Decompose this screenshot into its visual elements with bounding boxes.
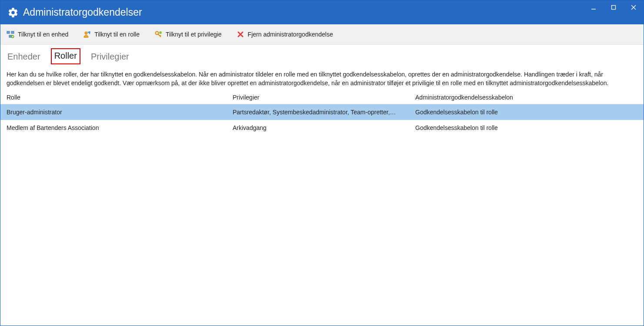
x-icon: [237, 30, 244, 38]
close-button[interactable]: [624, 0, 644, 14]
link-role-button[interactable]: Tilknyt til en rolle: [83, 30, 140, 38]
window-title: Administratorgodkendelser: [23, 7, 142, 18]
svg-rect-5: [11, 31, 14, 33]
svg-point-8: [85, 32, 87, 34]
link-unit-icon: [7, 30, 14, 38]
titlebar: Administratorgodkendelser: [0, 0, 644, 24]
link-role-icon: [83, 30, 91, 38]
cell-role: Medlem af Bartenders Association: [7, 124, 233, 131]
window-controls: [584, 0, 644, 24]
roles-table: Rolle Privilegier Administratorgodkendel…: [0, 91, 644, 136]
link-role-label: Tilknyt til en rolle: [94, 31, 140, 38]
cell-tmpl: Godkendelsesskabelon til rolle: [415, 124, 637, 131]
table-header: Rolle Privilegier Administratorgodkendel…: [0, 91, 644, 104]
link-priv-icon: [154, 30, 162, 38]
cell-role: Bruger-administrator: [7, 109, 233, 116]
table-row[interactable]: Bruger-administrator Partsredaktør, Syst…: [0, 104, 644, 120]
window: Administratorgodkendelser Tilknyt til en…: [0, 0, 644, 326]
link-unit-button[interactable]: Tilknyt til en enhed: [7, 30, 68, 38]
col-header-role[interactable]: Rolle: [7, 94, 233, 101]
link-unit-label: Tilknyt til en enhed: [18, 31, 68, 38]
col-header-priv[interactable]: Privilegier: [233, 94, 415, 101]
svg-point-11: [159, 31, 162, 34]
tab-privs[interactable]: Privilegier: [90, 52, 130, 64]
svg-rect-4: [7, 31, 10, 33]
tab-units[interactable]: Enheder: [7, 52, 41, 64]
description-text: Her kan du se hvilke roller, der har til…: [0, 64, 644, 91]
maximize-button[interactable]: [604, 0, 624, 14]
gear-icon: [7, 7, 19, 18]
col-header-tmpl[interactable]: Administratorgodkendelsesskabelon: [415, 94, 637, 101]
cell-priv: Partsredaktør, Systembeskedadministrator…: [233, 109, 415, 116]
remove-button[interactable]: Fjern administratorgodkendelse: [237, 30, 333, 38]
link-priv-button[interactable]: Tilknyt til et privilegie: [154, 30, 222, 38]
tabs: Enheder Roller Privilegier: [0, 45, 644, 64]
link-priv-label: Tilknyt til et privilegie: [166, 31, 222, 38]
cell-tmpl: Godkendelsesskabelon til rolle: [415, 109, 637, 116]
tab-roles[interactable]: Roller: [51, 48, 80, 64]
remove-label: Fjern administratorgodkendelse: [248, 31, 333, 38]
minimize-button[interactable]: [584, 0, 604, 14]
toolbar: Tilknyt til en enhed Tilknyt til en roll…: [0, 24, 644, 45]
table-body: Bruger-administrator Partsredaktør, Syst…: [0, 104, 644, 136]
svg-rect-1: [612, 6, 616, 10]
svg-point-9: [89, 31, 90, 33]
cell-priv: Arkivadgang: [233, 124, 415, 131]
table-row[interactable]: Medlem af Bartenders Association Arkivad…: [0, 120, 644, 136]
